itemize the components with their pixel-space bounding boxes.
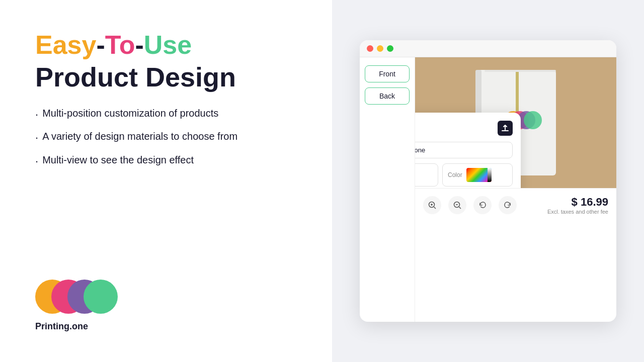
front-button[interactable]: Front (365, 65, 410, 82)
text-input-row[interactable]: Text Printing.one (415, 142, 513, 158)
svg-line-12 (434, 207, 436, 209)
bullet-icon: · (35, 131, 38, 145)
undo-icon (478, 201, 487, 210)
price-value: $ 16.99 (547, 196, 608, 209)
feature-text: Multi-view to see the design effect (42, 154, 194, 166)
zoom-controls (423, 196, 517, 214)
back-button[interactable]: Back (365, 87, 410, 105)
undo-button[interactable] (473, 196, 492, 214)
features-list: · Multi-position customization of produc… (35, 108, 297, 169)
logo-circle-green (84, 280, 118, 314)
dash1: - (96, 30, 105, 60)
zoom-out-button[interactable] (448, 196, 466, 214)
upload-icon (501, 124, 509, 132)
left-section: Easy - To - Use Product Design · Multi-p… (0, 0, 332, 362)
product-image-area: Printing.one Font (415, 57, 616, 188)
price-area: $ 16.99 Excl. taxes and other fee (547, 196, 608, 215)
word-use: Use (144, 30, 192, 60)
dot-green[interactable] (387, 45, 393, 52)
word-to: To (105, 30, 135, 60)
panel-header: Font (415, 121, 513, 136)
svg-point-7 (524, 111, 542, 129)
logo-area: Printing.one (35, 280, 297, 332)
headline: Easy - To - Use Product Design (35, 30, 297, 93)
font-select[interactable]: Font Poppins (415, 163, 438, 187)
color-label: Color (448, 171, 462, 178)
window-body: Front Back (360, 57, 616, 322)
color-selector[interactable]: Color (442, 163, 513, 187)
svg-line-15 (459, 207, 461, 209)
window-titlebar (360, 40, 616, 57)
dash2: - (135, 30, 143, 60)
color-swatch[interactable] (466, 168, 492, 182)
feature-item: · Multi-view to see the design effect (35, 154, 297, 169)
logo-circles (35, 280, 101, 317)
zoom-out-icon (453, 201, 462, 210)
product-design-title: Product Design (35, 61, 297, 93)
text-field-value: Printing.one (415, 146, 425, 154)
bottom-toolbar: $ 16.99 Excl. taxes and other fee (415, 188, 616, 222)
font-panel: Font Text Printing.one (415, 113, 521, 188)
feature-item: · A variety of design materials to choos… (35, 131, 297, 145)
feature-text: A variety of design materials to choose … (42, 131, 237, 142)
dot-red[interactable] (367, 45, 373, 52)
redo-icon (503, 201, 512, 210)
feature-text: Multi-position customization of products (42, 108, 218, 119)
zoom-in-button[interactable] (423, 196, 441, 214)
bullet-icon: · (35, 154, 38, 169)
right-section: Front Back (332, 0, 644, 362)
font-row: Font Poppins Color (415, 163, 513, 187)
sidebar: Front Back (360, 57, 415, 322)
svg-rect-3 (485, 70, 556, 72)
upload-button[interactable] (498, 121, 513, 136)
main-content: Printing.one Font (415, 57, 616, 322)
feature-item: · Multi-position customization of produc… (35, 108, 297, 122)
logo-text: Printing.one (35, 321, 88, 332)
redo-button[interactable] (499, 196, 517, 214)
word-easy: Easy (35, 30, 96, 60)
dot-yellow[interactable] (377, 45, 383, 52)
price-note: Excl. taxes and other fee (547, 209, 608, 215)
zoom-in-icon (428, 201, 437, 210)
bullet-icon: · (35, 108, 38, 122)
app-window: Front Back (360, 40, 616, 322)
